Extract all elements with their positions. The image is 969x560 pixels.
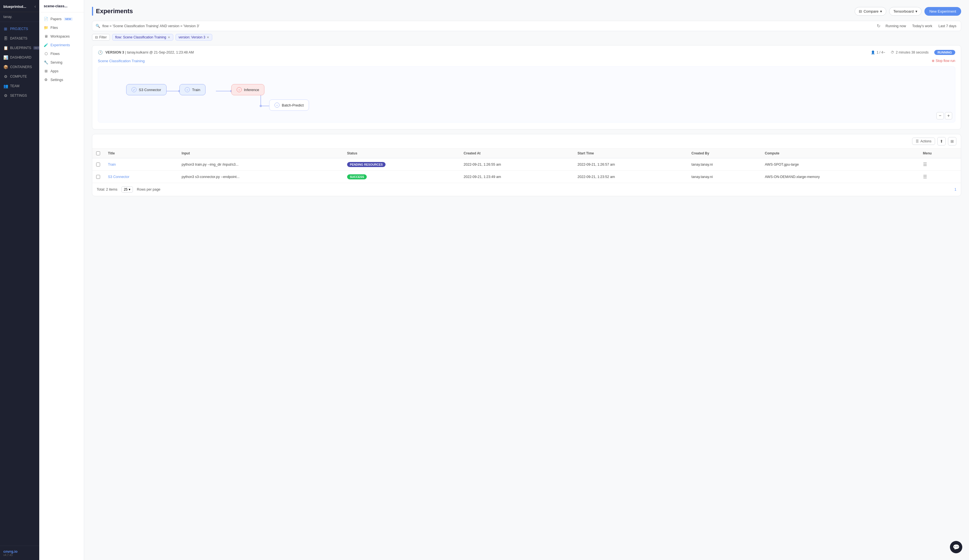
table-row: S3 Connector python3 s3-connector.py --e… [92, 171, 961, 183]
filter-button[interactable]: ⊟ Filter [92, 34, 110, 41]
brand-version-text: v4.7.43 [3, 553, 36, 557]
experiment-meta: 🕐 VERSION 3 | tanay.kulkarni @ 21-Sep-20… [98, 50, 194, 55]
flow-node-batch[interactable]: ○ Batch-Predict [269, 100, 309, 111]
row1-created-at: 2022-09-21, 1:26:55 am [460, 158, 574, 171]
chip-flow-close[interactable]: ✕ [168, 36, 170, 39]
row2-created-by: tanay.tanay.ni [688, 171, 761, 183]
sidebar-item-apps[interactable]: ⊞ Apps [39, 67, 84, 75]
search-query-text[interactable]: flow = 'Scene Classification Training' A… [102, 24, 874, 28]
row2-menu-icon[interactable]: ☰ [923, 174, 927, 179]
new-badge: NEW [64, 17, 73, 21]
last-7-days-tab[interactable]: Last 7 days [937, 23, 957, 28]
brand-footer-area: cnvrg.io v4.7.43 [0, 546, 39, 560]
time-icon: ⏱ [891, 50, 894, 54]
grid-icon: ⊞ [951, 139, 954, 143]
sidebar-item-workspaces[interactable]: 🖥 Workspaces [39, 32, 84, 41]
stop-icon: ⊗ [932, 59, 934, 63]
row1-title[interactable]: Train [104, 158, 178, 171]
flow-node-inference[interactable]: ○ Inference [231, 84, 265, 95]
row2-created-at: 2022-09-21, 1:23:49 am [460, 171, 574, 183]
tensorboard-chevron-icon: ▾ [916, 9, 917, 13]
row1-checkbox[interactable] [96, 163, 100, 166]
sidebar-item-settings[interactable]: ⚙ Settings [39, 75, 84, 84]
sidebar-item-files[interactable]: 📁 Files [39, 23, 84, 32]
projects-icon: ⊞ [3, 27, 8, 31]
zoom-out-button[interactable]: − [936, 112, 944, 120]
experiments-table: Title Input Status Created At Start Time… [92, 148, 961, 183]
compute-icon: ⚙ [3, 74, 8, 79]
brand-name: blueprintsd... [3, 5, 27, 9]
sidebar-item-experiments[interactable]: 🧪 Experiments [39, 41, 84, 49]
flow-node-s3[interactable]: ✓ S3 Connector [126, 84, 166, 95]
sidebar-item-datasets[interactable]: 🗄 DATASETS [0, 34, 39, 43]
sidebar-item-compute[interactable]: ⚙ COMPUTE [0, 72, 39, 81]
row1-menu: ☰ [919, 158, 961, 171]
filter-chips: ⊟ Filter flow: Scene Classification Trai… [92, 34, 961, 41]
flows-icon: ⬡ [44, 52, 48, 56]
export-button[interactable]: ⬆ [937, 137, 946, 145]
sidebar-item-settings[interactable]: ⚙ SETTINGS [0, 91, 39, 100]
sidebar-item-projects[interactable]: ⊞ PROJECTS [0, 24, 39, 34]
row2-checkbox[interactable] [96, 175, 100, 179]
sidebar-item-papers[interactable]: 📄 Papers NEW [39, 15, 84, 23]
collapse-sidebar-icon[interactable]: ‹ [35, 4, 36, 9]
flow-title-link[interactable]: Scene Classification Training [98, 59, 145, 63]
filter-icon: ⊟ [95, 35, 98, 39]
chip-flow: flow: Scene Classification Training ✕ [112, 34, 173, 41]
row2-compute: AWS-ON-DEMAND.xlarge-memory [761, 171, 919, 183]
per-page-select[interactable]: 25 ▾ [122, 186, 133, 193]
page-title: Experiments [96, 8, 133, 15]
page-wrapper: Experiments ⊟ Compare ▾ Tensorboard ▾ Ne… [84, 0, 969, 560]
grid-view-button[interactable]: ⊞ [948, 137, 956, 145]
row1-compute: AWS-SPOT.gpu-large [761, 158, 919, 171]
compare-button[interactable]: ⊟ Compare ▾ [854, 7, 886, 16]
tensorboard-button[interactable]: Tensorboard ▾ [889, 7, 921, 16]
row1-checkbox-cell [92, 158, 104, 171]
row1-status: PENDING RESOURCES [343, 158, 460, 171]
start-time-column-header: Start Time [574, 148, 688, 158]
row1-input: python3 train.py --img_dir /input/s3... [178, 158, 343, 171]
stop-flow-button[interactable]: ⊗ Stop flow run [932, 59, 955, 63]
per-page-chevron-icon: ▾ [129, 188, 130, 191]
sidebar-item-flows[interactable]: ⬡ Flows [39, 49, 84, 58]
chip-version-close[interactable]: ✕ [206, 36, 209, 39]
zoom-in-button[interactable]: + [945, 112, 952, 120]
row1-created-by: tanay.tanay.ni [688, 158, 761, 171]
todays-work-tab[interactable]: Today's work [911, 23, 933, 28]
row2-title[interactable]: S3 Connector [104, 171, 178, 183]
sidebar-item-team[interactable]: 👥 TEAM [0, 81, 39, 91]
actions-button[interactable]: ☰ Actions [912, 138, 935, 145]
experiment-header: 🕐 VERSION 3 | tanay.kulkarni @ 21-Sep-20… [98, 50, 955, 55]
settings2-icon: ⚙ [44, 78, 48, 82]
project-nav: 📄 Papers NEW 📁 Files 🖥 Workspaces 🧪 Expe… [39, 12, 84, 86]
row1-start-time: 2022-09-21, 1:26:57 am [574, 158, 688, 171]
sidebar-item-containers[interactable]: 📦 CONTAINERS [0, 62, 39, 72]
train-node-label: Train [192, 88, 200, 92]
workspaces-icon: 🖥 [44, 34, 48, 38]
flow-diagram: ✓ S3 Connector ○ Train ○ Inference ○ Bat… [98, 66, 955, 123]
sidebar-item-blueprints[interactable]: 📋 BLUEPRINTS BETA [0, 43, 39, 53]
input-column-header: Input [178, 148, 343, 158]
sidebar-item-serving[interactable]: 🔧 Serving [39, 58, 84, 67]
current-page[interactable]: 1 [954, 188, 956, 191]
new-experiment-button[interactable]: New Experiment [924, 7, 961, 16]
stat-runs: 👤 1 / 4~ [871, 50, 885, 54]
flow-node-train[interactable]: ○ Train [180, 84, 205, 95]
row2-checkbox-cell [92, 171, 104, 183]
title-column-header: Title [104, 148, 178, 158]
flow-actions-row: Scene Classification Training ⊗ Stop flo… [98, 59, 955, 65]
refresh-icon[interactable]: ↻ [877, 23, 881, 28]
rows-per-page-label: Rows per page [137, 188, 160, 191]
sidebar-item-dashboard[interactable]: 📊 DASHBOARD [0, 53, 39, 62]
select-all-checkbox[interactable] [96, 151, 100, 155]
running-now-tab[interactable]: Running now [884, 23, 907, 28]
compare-chevron-icon: ▾ [880, 9, 882, 13]
s3-node-icon: ✓ [132, 87, 137, 92]
row2-menu: ☰ [919, 171, 961, 183]
chat-bubble[interactable]: 💬 [950, 541, 962, 553]
page-header: Experiments ⊟ Compare ▾ Tensorboard ▾ Ne… [92, 7, 961, 16]
settings-icon: ⚙ [3, 93, 8, 98]
header-actions: ⊟ Compare ▾ Tensorboard ▾ New Experiment [854, 7, 961, 16]
flow-svg [98, 67, 955, 122]
row1-menu-icon[interactable]: ☰ [923, 162, 927, 167]
